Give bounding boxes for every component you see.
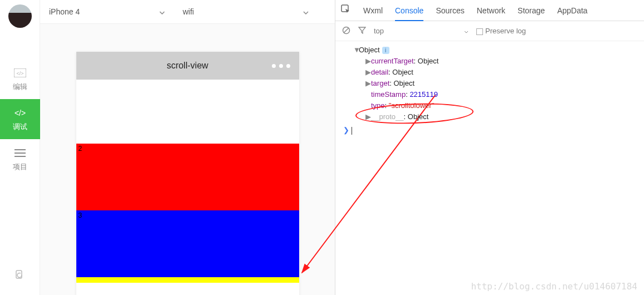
scroll-segment-yellow: [76, 277, 299, 283]
scroll-segment-white: [76, 80, 299, 144]
devtools-tabs: Wxml Console Sources Network Storage App…: [335, 0, 644, 21]
tab-network[interactable]: Network: [477, 6, 505, 15]
console-prop[interactable]: timeStamp: 2215119: [341, 89, 638, 100]
sidebar-item-project[interactable]: 项目: [0, 139, 40, 179]
left-sidebar: </> 编辑 </> 调试 项目: [0, 0, 40, 295]
hamburger-icon: [13, 146, 27, 160]
console-prop[interactable]: ▶target: Object: [341, 78, 638, 89]
tab-wxml[interactable]: Wxml: [363, 6, 383, 15]
devtools-panel: Wxml Console Sources Network Storage App…: [335, 0, 644, 295]
console-prop[interactable]: ▶currentTarget: Object: [341, 56, 638, 67]
sidebar-item-debug[interactable]: </> 调试: [0, 99, 40, 139]
sidebar-item-edit[interactable]: </> 编辑: [0, 59, 40, 99]
console-prompt[interactable]: ❯: [341, 126, 638, 135]
svg-line-10: [344, 28, 349, 33]
simulator-stage: scroll-view 2 3: [40, 24, 335, 295]
info-badge-icon: i: [382, 47, 389, 54]
inspect-icon[interactable]: [341, 4, 351, 16]
chevron-down-icon: [159, 7, 165, 16]
scroll-segment-blue: 3: [76, 210, 299, 277]
segment-index: 2: [79, 145, 82, 153]
tab-storage[interactable]: Storage: [518, 6, 545, 15]
sidebar-item-label: 编辑: [13, 82, 27, 92]
chevron-down-icon: [464, 27, 469, 35]
console-prop[interactable]: type: "scrolltolower": [341, 100, 638, 111]
sidebar-item-sync[interactable]: [0, 255, 40, 295]
preserve-log-label: Preserve log: [485, 27, 526, 35]
preserve-log-checkbox[interactable]: Preserve log: [476, 27, 526, 35]
console-output[interactable]: ▼Objecti ▶currentTarget: Object ▶detail:…: [335, 41, 644, 295]
scroll-segment-red: 2: [76, 144, 299, 210]
console-toolbar: top Preserve log: [335, 21, 644, 41]
device-nav-bar: scroll-view: [76, 52, 299, 80]
console-prop[interactable]: ▶__proto__: Object: [341, 111, 638, 122]
scroll-view[interactable]: 2 3: [76, 80, 299, 295]
console-object-root[interactable]: ▼Objecti: [341, 45, 638, 56]
tab-console[interactable]: Console: [395, 6, 423, 21]
more-icon[interactable]: [272, 64, 290, 68]
sidebar-item-label: 项目: [13, 162, 27, 172]
chevron-down-icon: [303, 7, 309, 16]
simulator-panel: iPhone 4 wifi scroll-view: [40, 0, 335, 295]
tab-sources[interactable]: Sources: [436, 6, 464, 15]
device-selector[interactable]: iPhone 4: [40, 0, 174, 23]
svg-text:</>: </>: [16, 71, 23, 76]
code-brackets-icon: </>: [13, 66, 27, 80]
simulator-toolbar: iPhone 4 wifi: [40, 0, 335, 24]
svg-text:</>: </>: [14, 109, 25, 117]
segment-index: 3: [79, 212, 82, 219]
network-selector-value: wifi: [183, 7, 194, 16]
page-title: scroll-view: [167, 61, 208, 71]
console-prop[interactable]: ▶detail: Object: [341, 67, 638, 78]
context-value: top: [374, 27, 384, 35]
sync-icon: [13, 268, 27, 282]
sidebar-item-label: 调试: [13, 122, 27, 132]
debug-icon: </>: [13, 106, 27, 120]
filter-icon[interactable]: [358, 26, 366, 36]
tab-appdata[interactable]: AppData: [557, 6, 587, 15]
context-selector[interactable]: top: [374, 27, 469, 35]
device-selector-value: iPhone 4: [49, 7, 80, 16]
avatar[interactable]: [8, 4, 32, 28]
device-frame: scroll-view 2 3: [76, 52, 299, 295]
clear-console-icon[interactable]: [342, 26, 350, 36]
network-selector[interactable]: wifi: [174, 0, 318, 23]
